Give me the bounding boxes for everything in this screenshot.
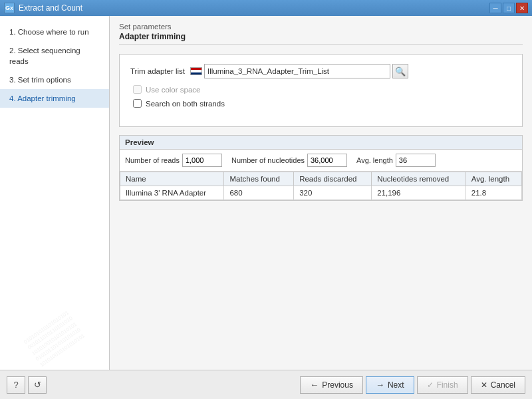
preview-table: Name Matches found Reads discarded Nucle…: [120, 172, 522, 200]
close-button[interactable]: ✕: [516, 3, 528, 13]
cell-reads-disc: 320: [294, 186, 372, 200]
sidebar-item-select-reads[interactable]: 2. Select sequencing reads: [0, 41, 109, 70]
cross-icon: ✕: [481, 380, 487, 390]
content-area: Set parameters Adapter trimming Trim ada…: [110, 16, 532, 370]
table-header-row: Name Matches found Reads discarded Nucle…: [120, 172, 522, 186]
watermark: 0101010101010101010010110101101010101010…: [5, 297, 104, 370]
cell-name: Illumina 3' RNA Adapter: [120, 186, 224, 200]
trim-adapter-label: Trim adapter list: [130, 67, 185, 75]
sidebar-item-adapter-trimming[interactable]: 4. Adapter trimming: [0, 89, 109, 108]
next-button[interactable]: → Next: [366, 376, 414, 394]
browse-button[interactable]: 🔍: [392, 64, 408, 78]
trim-adapter-row: Trim adapter list 🔍: [130, 64, 511, 78]
cancel-label: Cancel: [491, 380, 515, 390]
window-controls: ─ □ ✕: [489, 3, 528, 13]
trim-adapter-input[interactable]: [204, 64, 390, 78]
reads-label: Number of reads: [125, 156, 180, 164]
avg-length-label: Avg. length: [356, 156, 393, 164]
col-nucleotides-removed: Nucleotides removed: [372, 172, 466, 186]
cell-nucleotides-removed: 21,196: [372, 186, 466, 200]
finish-button[interactable]: ✓ Finish: [417, 376, 468, 394]
previous-arrow: ←: [310, 380, 319, 390]
next-label: Next: [388, 380, 404, 390]
nucleotides-label: Number of nucleotides: [231, 156, 305, 164]
preview-header: Preview: [120, 136, 522, 150]
table-row: Illumina 3' RNA Adapter 680 320 21,196 2…: [120, 186, 522, 200]
previous-button[interactable]: ← Previous: [300, 376, 363, 394]
title-bar: Gx Extract and Count ─ □ ✕: [0, 0, 532, 16]
color-space-label: Use color space: [146, 86, 200, 94]
both-strands-checkbox[interactable]: [133, 99, 142, 108]
minimize-button[interactable]: ─: [489, 3, 501, 13]
col-matches: Matches found: [224, 172, 294, 186]
cancel-button[interactable]: ✕ Cancel: [471, 376, 525, 394]
flag-icon: [190, 67, 202, 75]
param-group: Trim adapter list 🔍 Use color space Sear…: [119, 54, 523, 127]
col-avg-length: Avg. length: [466, 172, 521, 186]
avg-length-value: 36: [396, 154, 436, 167]
main-container: 1. Choose where to run 2. Select sequenc…: [0, 16, 532, 370]
sidebar-item-trim-options[interactable]: 3. Set trim options: [0, 70, 109, 89]
cell-avg-length: 21.8: [466, 186, 521, 200]
sidebar-item-choose-where[interactable]: 1. Choose where to run: [0, 23, 109, 41]
preview-stats: Number of reads 1,000 Number of nucleoti…: [120, 150, 522, 172]
color-space-checkbox[interactable]: [133, 85, 142, 94]
reads-value: 1,000: [182, 154, 222, 167]
help-button[interactable]: ?: [7, 376, 25, 394]
app-icon: Gx: [4, 3, 15, 13]
color-space-row: Use color space: [130, 85, 511, 94]
cell-matches: 680: [224, 186, 294, 200]
col-name: Name: [120, 172, 224, 186]
section-label: Set parameters: [119, 23, 523, 31]
sidebar: 1. Choose where to run 2. Select sequenc…: [0, 16, 110, 370]
preview-section: Preview Number of reads 1,000 Number of …: [119, 135, 523, 201]
col-reads-disc: Reads discarded: [294, 172, 372, 186]
nucleotides-value: 36,000: [307, 154, 347, 167]
both-strands-label: Search on both strands: [146, 100, 225, 108]
bottom-bar: ? ↺ ← Previous → Next ✓ Finish ✕ Cancel: [0, 370, 532, 399]
check-icon: ✓: [427, 380, 434, 390]
previous-label: Previous: [322, 380, 353, 390]
bottom-left-buttons: ? ↺: [7, 376, 47, 394]
finish-label: Finish: [437, 380, 458, 390]
window-title: Extract and Count: [19, 3, 489, 13]
maximize-button[interactable]: □: [503, 3, 515, 13]
next-arrow: →: [376, 380, 384, 390]
both-strands-row: Search on both strands: [130, 99, 511, 108]
reset-button[interactable]: ↺: [28, 376, 47, 394]
section-title: Adapter trimming: [119, 32, 523, 45]
